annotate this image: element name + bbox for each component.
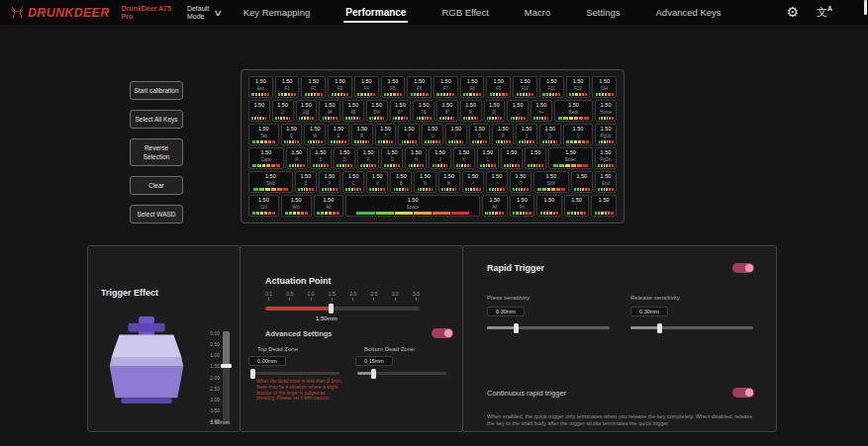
- key-5[interactable]: 1.505%: [366, 100, 388, 122]
- key-8[interactable]: 1.508*: [436, 100, 458, 122]
- travel-slider-handle[interactable]: [221, 364, 232, 368]
- nav-tab-rgb-effect[interactable]: RGB Effect: [441, 0, 488, 25]
- key-i[interactable]: 1.50I: [445, 124, 467, 145]
- key-6[interactable]: 1.506^: [390, 100, 412, 122]
- key-r4c12[interactable]: 1.50↑: [571, 171, 593, 193]
- sidebar-button-clear[interactable]: Clear: [130, 176, 183, 195]
- top-dead-zone-slider-handle[interactable]: [250, 369, 255, 379]
- key-s[interactable]: 1.50S: [310, 147, 332, 169]
- nav-tab-key-remapping[interactable]: Key Remapping: [243, 0, 311, 25]
- sidebar-button-start-calibration[interactable]: Start calibration: [130, 81, 183, 100]
- continuous-trigger-toggle[interactable]: [732, 388, 754, 398]
- sidebar-button-select-wasd[interactable]: Select WASD: [130, 205, 183, 223]
- key-f2[interactable]: 1.50F2: [301, 76, 326, 98]
- key-r5c7[interactable]: 1.50↓: [564, 195, 590, 217]
- key-k[interactable]: 1.50K: [453, 147, 475, 169]
- key-9[interactable]: 1.509(: [460, 100, 482, 122]
- key-w[interactable]: 1.50W: [304, 124, 326, 145]
- bottom-dead-zone-slider[interactable]: [357, 372, 446, 375]
- key-f6[interactable]: 1.50F6: [407, 76, 432, 98]
- key-l[interactable]: 1.50L: [477, 147, 499, 169]
- key-r2c12[interactable]: 1.50]}: [539, 124, 561, 145]
- key-d[interactable]: 1.50D: [334, 147, 355, 169]
- key-m[interactable]: 1.50M: [438, 171, 460, 193]
- actuation-slider[interactable]: [265, 307, 420, 311]
- nav-tab-advanced-keys[interactable]: Advanced Keys: [656, 0, 722, 25]
- key-r5c6[interactable]: 1.50←: [536, 195, 562, 217]
- nav-tab-macro[interactable]: Macro: [525, 0, 550, 25]
- key-q[interactable]: 1.50Q: [281, 124, 303, 145]
- rapid-trigger-toggle[interactable]: [732, 263, 754, 273]
- key-f5[interactable]: 1.50F5: [381, 76, 406, 98]
- sidebar-button-select-all-keys[interactable]: Select All Keys: [130, 110, 183, 129]
- key-n[interactable]: 1.50N: [414, 171, 435, 193]
- key-alt[interactable]: 1.50Alt: [482, 195, 508, 217]
- key-3[interactable]: 1.503#: [319, 100, 340, 122]
- key-r5c8[interactable]: 1.50→: [591, 195, 617, 217]
- key-pgup[interactable]: 1.50PgUp: [595, 124, 617, 145]
- language-icon[interactable]: 文A: [817, 5, 832, 20]
- key-r1c0[interactable]: 1.50`~: [248, 100, 270, 122]
- key-r4c10[interactable]: 1.50/?: [510, 171, 531, 193]
- key-r3c11[interactable]: 1.50'": [525, 147, 546, 169]
- key-o[interactable]: 1.50O: [469, 124, 491, 145]
- top-dead-zone-slider[interactable]: [250, 372, 339, 375]
- sidebar-button-reverse-selection[interactable]: Reverse Selection: [130, 138, 183, 166]
- key-r4c8[interactable]: 1.50,<: [462, 171, 484, 193]
- key-ctrl[interactable]: 1.50Ctrl: [248, 195, 279, 217]
- key-shift[interactable]: 1.50Shift: [248, 171, 293, 193]
- brand-logo[interactable]: DRUNKDEER: [10, 5, 110, 20]
- key-r3c10[interactable]: 1.50;:: [501, 147, 523, 169]
- key-r[interactable]: 1.50R: [351, 124, 373, 145]
- key-y[interactable]: 1.50Y: [398, 124, 420, 145]
- profile-selector[interactable]: Default Mode ∨: [187, 5, 222, 21]
- key-r4c9[interactable]: 1.50.>: [486, 171, 508, 193]
- key-b[interactable]: 1.50B: [390, 171, 412, 193]
- key-v[interactable]: 1.50V: [366, 171, 388, 193]
- key-enter[interactable]: 1.50Enter: [548, 147, 593, 169]
- key-del[interactable]: 1.50Del: [592, 76, 617, 98]
- advanced-settings-toggle[interactable]: [432, 328, 453, 338]
- key-esc[interactable]: 1.50Esc: [248, 76, 273, 98]
- key-a[interactable]: 1.50A: [286, 147, 308, 169]
- key-f1[interactable]: 1.50F1: [275, 76, 300, 98]
- key-p[interactable]: 1.50P: [492, 124, 514, 145]
- nav-tab-performance[interactable]: Performance: [345, 0, 406, 25]
- press-sensitivity-slider[interactable]: [487, 326, 610, 329]
- key-f10[interactable]: 1.50F10: [513, 76, 537, 98]
- key-end[interactable]: 1.50End: [595, 171, 617, 193]
- key-f12[interactable]: 1.50F12: [566, 76, 591, 98]
- travel-slider[interactable]: [223, 331, 230, 424]
- key-r2c11[interactable]: 1.50[{: [516, 124, 537, 145]
- key-f[interactable]: 1.50F: [357, 147, 379, 169]
- release-sensitivity-slider-handle[interactable]: [657, 323, 662, 333]
- release-sensitivity-slider[interactable]: [630, 326, 753, 329]
- key-caps[interactable]: 1.50Caps: [248, 147, 284, 169]
- key-space[interactable]: 1.50Space: [345, 195, 480, 217]
- key-pgdn[interactable]: 1.50PgDn: [595, 147, 617, 169]
- key-f7[interactable]: 1.50F7: [434, 76, 458, 98]
- press-sensitivity-slider-handle[interactable]: [514, 323, 519, 333]
- key-1[interactable]: 1.501!: [272, 100, 294, 122]
- key-f8[interactable]: 1.50F8: [460, 76, 485, 98]
- key-z[interactable]: 1.50Z: [295, 171, 317, 193]
- key-r1c11[interactable]: 1.50-_: [507, 100, 529, 122]
- nav-tab-settings[interactable]: Settings: [586, 0, 620, 25]
- key-f3[interactable]: 1.50F3: [328, 76, 352, 98]
- key-t[interactable]: 1.50T: [375, 124, 397, 145]
- gear-icon[interactable]: ⚙: [786, 4, 799, 20]
- bottom-dead-zone-slider-handle[interactable]: [371, 369, 376, 379]
- key-e[interactable]: 1.50E: [328, 124, 349, 145]
- key-h[interactable]: 1.50H: [405, 147, 427, 169]
- key-4[interactable]: 1.504$: [342, 100, 364, 122]
- scrollbar-thumb[interactable]: [864, 0, 867, 15]
- key-f11[interactable]: 1.50F11: [539, 76, 564, 98]
- key-g[interactable]: 1.50G: [381, 147, 403, 169]
- key-r1c12[interactable]: 1.50=+: [530, 100, 552, 122]
- key-j[interactable]: 1.50J: [429, 147, 450, 169]
- key-x[interactable]: 1.50X: [319, 171, 340, 193]
- key-win[interactable]: 1.50Win: [281, 195, 312, 217]
- key-fn[interactable]: 1.50Fn: [510, 195, 535, 217]
- actuation-slider-handle[interactable]: [329, 304, 334, 313]
- key-back[interactable]: 1.50Back: [554, 100, 594, 122]
